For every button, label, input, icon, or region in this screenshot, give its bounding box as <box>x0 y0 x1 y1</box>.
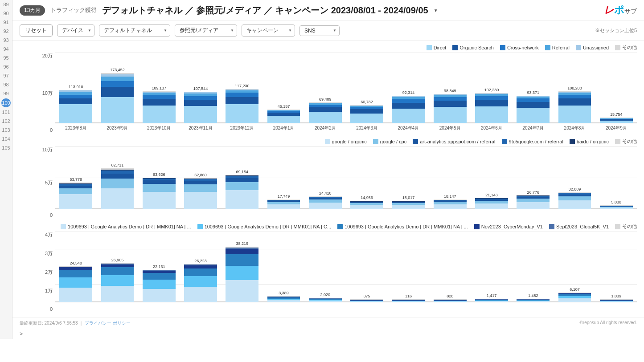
bar-segment-2-1 <box>143 99 176 106</box>
bar-segment-9-0 <box>434 107 467 123</box>
bar-stack-10 <box>475 299 508 302</box>
bar-segment-1-3 <box>101 77 134 81</box>
bar-stack-6 <box>309 196 342 209</box>
bar-stack-0 <box>59 183 92 209</box>
bar-segment-10-0 <box>475 106 508 123</box>
device-dropdown[interactable]: デバイス <box>57 24 94 37</box>
x-label-4: 2023年12月 <box>222 125 263 131</box>
legend-google-organic-label: google / organic <box>332 139 367 144</box>
bar-segment-3-2 <box>184 96 217 100</box>
legend-unassigned: Unassigned <box>576 45 609 50</box>
bar-stack-13 <box>600 205 633 209</box>
legend-campaign1: 1009693 | Google Analytics Demo | DR | M… <box>61 224 191 229</box>
bar-segment-7-0 <box>350 301 383 302</box>
channel-dropdown[interactable]: デフォルトチャネル <box>99 24 170 37</box>
legend-9to5google-label: 9to5google.com / referral <box>509 139 563 144</box>
controls-bar: リセット デバイス デフォルトチャネル 参照元/メディア キャンペーン SNS … <box>12 21 644 41</box>
bar-group-3: 62,860 <box>180 173 221 209</box>
bar-group-9: 18,147 <box>430 195 471 209</box>
nav-arrow[interactable]: > <box>12 329 644 339</box>
legend-nov2023: Nov2023_CyberMonday_V1 <box>474 224 543 229</box>
bar-stack-4 <box>226 89 258 123</box>
bar-segment-3-1 <box>184 184 217 192</box>
bar-label-8: 92,314 <box>402 91 415 95</box>
row-num-100: 100 <box>1 98 11 107</box>
bar-segment-4-2 <box>226 254 258 266</box>
bar-stack-12 <box>558 91 591 123</box>
legend-google-cpc: google / cpc <box>373 139 406 144</box>
bar-label-9: 828 <box>447 294 453 299</box>
bar-label-2: 63,626 <box>153 173 165 177</box>
session-note: ※セッション上位5 <box>595 27 637 34</box>
row-num-104: 104 <box>0 134 12 143</box>
bar-segment-7-0 <box>350 205 383 209</box>
bar-segment-9-2 <box>434 97 467 101</box>
bar-segment-5-0 <box>267 116 300 123</box>
bar-segment-4-0 <box>226 190 258 209</box>
bar-segment-5-0 <box>267 204 300 209</box>
sns-dropdown[interactable]: SNS <box>299 25 340 36</box>
row-num-94: 94 <box>0 45 12 53</box>
bar-segment-6-0 <box>309 301 342 302</box>
bar-stack-6 <box>309 102 342 123</box>
bar-group-2: 22,131 <box>139 265 180 302</box>
bar-segment-1-2 <box>101 267 134 275</box>
x-label-11: 2024年7月 <box>513 125 554 131</box>
reset-button[interactable]: リセット <box>20 24 53 37</box>
row-num-93: 93 <box>0 36 12 45</box>
medium-dropdown[interactable]: 参照元/メディア <box>175 24 237 37</box>
bar-group-1: 26,905 <box>97 258 138 302</box>
header-title: デフォルトチャネル ／ 参照元/メディア ／ キャンペーン 2023/08/01… <box>102 4 428 16</box>
legend-unassigned-label: Unassigned <box>583 45 609 50</box>
bar-group-7: 60,782 <box>346 100 387 123</box>
chart2-legend: google / organic google / cpc art-analyt… <box>35 136 637 146</box>
bar-segment-1-1 <box>101 275 134 286</box>
bar-segment-3-0 <box>184 192 217 209</box>
bar-stack-8 <box>392 201 425 209</box>
row-num-95: 95 <box>0 53 12 62</box>
bar-group-11: 26,776 <box>513 191 554 209</box>
header-subtitle: トラフィック獲得 <box>50 6 97 14</box>
bar-label-10: 1,417 <box>487 294 497 298</box>
bar-stack-8 <box>392 299 425 302</box>
legend-other1: その他 <box>615 44 637 51</box>
bar-label-10: 102,230 <box>484 88 499 93</box>
bar-stack-1 <box>101 73 134 123</box>
bar-label-11: 93,371 <box>527 91 539 95</box>
privacy-link[interactable]: プライバシー ポリシー <box>85 321 131 325</box>
other1-color <box>615 45 620 50</box>
bar-group-11: 1,482 <box>513 294 554 302</box>
bar-stack-9 <box>434 199 467 209</box>
bar-group-9: 98,849 <box>430 89 471 123</box>
bar-group-11: 93,371 <box>513 91 554 123</box>
bar-stack-12 <box>558 293 591 302</box>
bar-stack-5 <box>267 199 300 209</box>
bar-label-1: 82,711 <box>111 163 124 168</box>
bar-segment-1-2 <box>101 174 134 179</box>
bar-group-8: 116 <box>388 294 429 302</box>
bar-stack-5 <box>267 110 300 123</box>
chart3-xaxis <box>55 302 637 304</box>
bar-stack-7 <box>350 105 383 123</box>
bar-segment-0-1 <box>59 188 92 194</box>
bar-segment-5-0 <box>267 300 300 302</box>
bar-segment-3-1 <box>184 276 217 286</box>
bar-segment-1-3 <box>101 171 134 174</box>
x-label-0: 2023年8月 <box>55 125 96 131</box>
campaign-dropdown[interactable]: キャンペーン <box>242 24 295 37</box>
row-num-89: 89 <box>0 0 12 9</box>
bar-segment-4-2 <box>226 178 258 182</box>
referral-color <box>545 45 550 50</box>
dropdown-arrow-icon[interactable]: ▼ <box>434 8 438 13</box>
bar-segment-11-1 <box>517 102 550 108</box>
bar-segment-3-0 <box>184 287 217 302</box>
bar-label-3: 62,860 <box>194 173 207 178</box>
bar-label-12: 108,200 <box>567 86 582 91</box>
bar-segment-11-2 <box>517 98 550 102</box>
bar-group-3: 107,544 <box>180 87 221 123</box>
bar-segment-9-0 <box>434 301 467 302</box>
bar-group-4: 38,219 <box>222 242 263 302</box>
row-num-102: 102 <box>0 117 12 126</box>
bar-stack-1 <box>101 168 134 209</box>
bar-stack-11 <box>517 96 550 123</box>
